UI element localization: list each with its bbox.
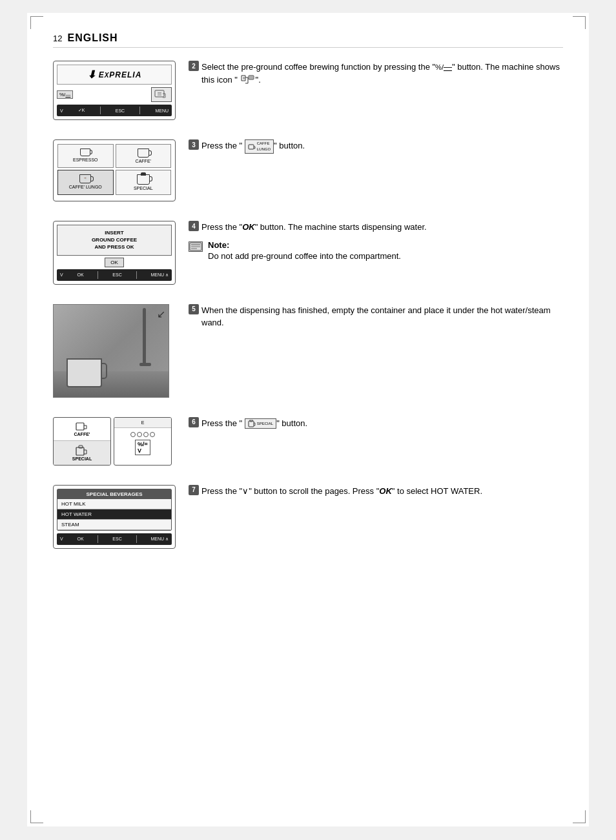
svg-rect-14 — [76, 447, 84, 455]
caffe-label: CAFFE' — [118, 159, 169, 163]
caffe-panel-item: CAFFE' — [54, 418, 110, 441]
prelia-header: ⬇ EXPRELIA — [57, 65, 172, 85]
step-3-instruction: 3 Press the " CAFFELUNGO " button. — [189, 139, 563, 154]
page-number: 12 — [53, 34, 62, 43]
caffe-lungo-label: CAFFE' LUNGO — [60, 185, 111, 189]
ctrl-v2: V — [60, 272, 63, 277]
corner-mark-tl — [30, 16, 43, 29]
ctrl-menu: MENU — [155, 108, 169, 113]
special-panel-label: SPECIAL — [72, 456, 92, 461]
special-menu: SPECIAL BEVERAGES HOT MILK HOT WATER STE… — [57, 489, 172, 531]
step-2-instruction: 2 Select the pre-ground coffee brewing f… — [189, 61, 563, 86]
steam-wand-photo: ↙ — [53, 304, 169, 398]
cup-handle — [102, 363, 107, 379]
right-panel: E %/=V — [114, 417, 172, 466]
step-5-instruction: 5 When the dispensing has finished, empt… — [189, 304, 563, 329]
step-6-row: CAFFE' SPECIAL E — [53, 417, 563, 466]
special-label: SPECIAL — [118, 186, 169, 190]
step-2-text: 2 Select the pre-ground coffee brewing f… — [189, 61, 563, 86]
special-panel-item: SPECIAL — [54, 441, 110, 465]
ok-btn: OK — [105, 258, 124, 267]
insert-ground-screen: INSERTGROUND COFFEEAND PRESS OK — [57, 225, 172, 256]
step-5-content: When the dispensing has finished, empty … — [201, 304, 563, 329]
step-2-diagram: ⬇ EXPRELIA %/— — [53, 61, 176, 120]
ctrl-ok2: OK — [77, 272, 84, 277]
special-menu-hot-water: HOT WATER — [57, 509, 171, 520]
special-bev-machine: SPECIAL BEVERAGES HOT MILK HOT WATER STE… — [53, 485, 176, 549]
step-6-text: 6 Press the " SPECIAL " button. — [189, 417, 563, 430]
page: 12 ENGLISH ⬇ EXPRELIA %/— — [27, 13, 589, 826]
brand-name: EXPRELIA — [99, 70, 142, 79]
ctrl-menu2: MENU ∧ — [150, 272, 169, 278]
step-7-text: 7 Press the "∨" button to scroll the pag… — [189, 485, 563, 498]
dial-2 — [137, 432, 142, 437]
ctrl-ok3: OK — [77, 537, 84, 541]
special-menu-steam: STEAM — [57, 520, 171, 530]
step-3-content: Press the " CAFFELUNGO " button. — [201, 139, 305, 154]
step-5-row: ↙ 5 When the dispensing has finished, em… — [53, 304, 563, 398]
page-title: ENGLISH — [67, 32, 118, 44]
prelia-status-icon: %/— — [57, 90, 73, 99]
ctrl-esc2: ESC — [112, 272, 121, 277]
step-3-text: 3 Press the " CAFFELUNGO " button. — [189, 139, 563, 154]
step-6-diagram: CAFFE' SPECIAL E — [53, 417, 176, 466]
step-6-content: Press the " SPECIAL " button. — [201, 417, 307, 430]
step-5-diagram: ↙ — [53, 304, 176, 398]
menu-grid: ESPRESSO CAFFE' ☕ — [57, 144, 171, 195]
note-icon — [189, 241, 203, 252]
note-content: Note: Do not add pre-ground coffee into … — [208, 240, 401, 263]
step-7-row: SPECIAL BEVERAGES HOT MILK HOT WATER STE… — [53, 485, 563, 549]
step-4-text: 4 Press the "OK" button. The machine sta… — [189, 221, 563, 262]
step-4-instruction: 4 Press the "OK" button. The machine sta… — [189, 221, 563, 234]
step-6-instruction: 6 Press the " SPECIAL " button. — [189, 417, 563, 430]
step-2-content: Select the pre-ground coffee brewing fun… — [201, 61, 563, 86]
page-header: 12 ENGLISH — [53, 32, 563, 48]
step-4-content: Press the "OK" button. The machine start… — [201, 221, 427, 234]
ctrl-v3: V — [60, 537, 63, 541]
step-3-badge: 3 — [189, 139, 199, 150]
download-icon: ⬇ — [87, 68, 96, 81]
step-7-instruction: 7 Press the "∨" button to scroll the pag… — [189, 485, 563, 498]
percent-status: %/=V — [135, 440, 150, 455]
ctrl-ok: ✓K — [78, 108, 85, 113]
prelia-control-bar: V ✓K ESC MENU — [57, 105, 172, 116]
ctrl-esc3: ESC — [112, 537, 121, 541]
svg-rect-5 — [249, 76, 254, 79]
content-area: ⬇ EXPRELIA %/— — [53, 61, 563, 549]
steam-wand-tip — [139, 363, 151, 366]
menu-special: SPECIAL — [116, 170, 172, 195]
left-panel: CAFFE' SPECIAL — [53, 417, 111, 466]
prelia-ground-icon — [151, 87, 172, 102]
step-7-badge: 7 — [189, 485, 199, 495]
corner-mark-tr — [573, 16, 586, 29]
svg-rect-13 — [76, 423, 84, 430]
svg-rect-0 — [155, 90, 164, 97]
step-2-row: ⬇ EXPRELIA %/— — [53, 61, 563, 120]
note-text: Do not add pre-ground coffee into the co… — [208, 250, 401, 263]
insert-control-bar: V OK ESC MENU ∧ — [57, 269, 172, 281]
menu-espresso: ESPRESSO — [57, 144, 114, 168]
corner-mark-br — [573, 810, 586, 823]
step-4-row: INSERTGROUND COFFEEAND PRESS OK OK V OK … — [53, 221, 563, 285]
prelia-machine: ⬇ EXPRELIA %/— — [53, 61, 176, 120]
step-3-diagram: ESPRESSO CAFFE' ☕ — [53, 139, 176, 201]
insert-ground-machine: INSERTGROUND COFFEEAND PRESS OK OK V OK … — [53, 221, 176, 285]
ctrl-menu3: MENU ∧ — [150, 537, 169, 542]
step-5-text: 5 When the dispensing has finished, empt… — [189, 304, 563, 329]
dial-3 — [143, 432, 149, 437]
note-title: Note: — [208, 240, 401, 250]
menu-caffe: CAFFE' — [116, 144, 172, 168]
prelia-status-area: %/— — [57, 90, 73, 99]
caffe-lungo-button-icon: CAFFELUNGO — [245, 139, 274, 154]
step-2-badge: 2 — [189, 61, 199, 71]
step-3-row: ESPRESSO CAFFE' ☕ — [53, 139, 563, 201]
special-menu-hot-milk: HOT MILK — [57, 499, 171, 509]
special-menu-title: SPECIAL BEVERAGES — [57, 489, 171, 499]
step-4-badge: 4 — [189, 221, 199, 231]
cup — [67, 358, 102, 387]
ctrl-v: V — [60, 108, 63, 113]
right-panel-label: E — [114, 418, 171, 428]
menu-caffe-lungo: ☕ CAFFE' LUNGO — [57, 170, 114, 195]
step-6-badge: 6 — [189, 417, 199, 427]
ok-button-area: OK — [57, 258, 172, 267]
